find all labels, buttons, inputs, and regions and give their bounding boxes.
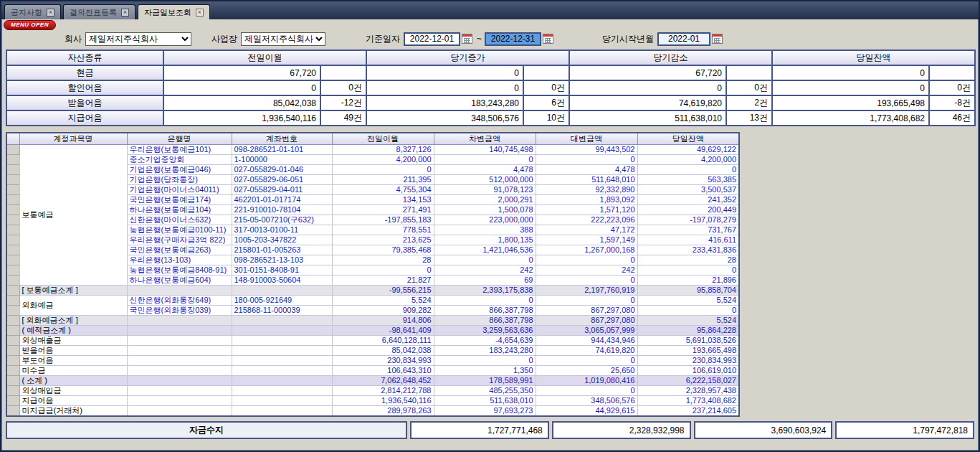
balance-cell: 28 [637,255,739,265]
detail-row[interactable]: 보통예금우리은행(보통예금101)098-286521-01-1018,327,… [6,145,739,155]
date-range-separator: ~ [477,34,482,44]
balance-cell: 95,858,704 [637,286,739,296]
tab-label: 결의전표등록 [70,7,117,18]
total-row[interactable]: ( 예적금소계 )-98,641,4093,259,563,6363,065,0… [6,326,739,336]
account-label-cell: ( 예적금소계 ) [19,326,127,336]
debit-cell: 1,500,078 [434,205,536,215]
site-select[interactable]: 제일저지주식회사 [241,32,325,46]
tab-1[interactable]: 공지사항× [4,4,61,19]
account-no-cell: 098-286521-01-101 [232,145,332,155]
detail-header: 계정과목명 [19,133,127,145]
balance-cell: 5,524 [637,316,739,326]
balance-cell: 49,629,122 [637,145,739,155]
carryover-cell: 0 [332,265,434,276]
credit-cell: 0 [536,386,637,396]
bank-name-cell: 우리은행(보통예금101) [127,145,232,155]
simple-row[interactable]: 미수금106,643,3101,35025,650106,619,010 [6,366,739,376]
bank-name-cell: 신한은행(외화통장649) [127,296,232,306]
carryover-cell: 8,327,126 [332,145,434,155]
balance-cell: 0 [637,265,739,276]
detail-header-row: 계정과목명은행명계좌번호전일이월차변금액대변금액당일잔액 [6,133,739,145]
account-no-cell: 1-100000 [232,155,332,165]
tab-3[interactable]: 자금일보조회× [138,4,210,19]
carryover-cell: 271,491 [332,205,434,215]
account-no-cell: 027-055829-06-051 [232,175,332,185]
count-cell: 46건 [929,110,975,126]
tab-close-icon[interactable]: × [47,9,54,17]
debit-cell: 1,421,046,536 [434,245,536,255]
calendar-icon[interactable] [462,34,472,44]
debit-cell: 0 [434,296,536,306]
row-indicator [6,326,19,336]
subtotal-row[interactable]: [ 외화예금소계 ]914,806866,387,798867,297,0805… [6,316,739,326]
row-indicator [6,155,19,165]
account-no-cell [232,326,332,336]
summary-header: 당기증가 [366,50,569,65]
row-indicator [6,225,19,235]
subtotal-row[interactable]: [ 보통예금소계 ]-99,556,2152,393,175,8382,197,… [6,286,739,296]
base-date-label: 기준일자 [366,33,400,45]
account-detail-table: 계정과목명은행명계좌번호전일이월차변금액대변금액당일잔액보통예금우리은행(보통예… [6,132,740,417]
period-start-input[interactable] [657,32,710,46]
bank-name-cell [127,386,232,396]
credit-cell: 3,065,057,999 [536,326,637,336]
amount-cell: 0 [366,65,523,80]
bank-name-cell [127,366,232,376]
balance-cell: 21,896 [637,276,739,286]
balance-cell: 200,449 [637,205,739,215]
amount-cell: 0 [772,65,929,80]
calendar-icon[interactable] [712,34,723,44]
row-indicator [6,336,19,346]
total-row[interactable]: ( 소계 )7,062,648,452178,589,9911,019,080,… [6,376,739,386]
balance-cell: 237,214,605 [637,406,739,417]
balance-cell: 731,767 [637,225,739,235]
amount-cell: 0 [163,80,320,95]
credit-cell: 92,332,890 [536,185,637,195]
base-date-from-input[interactable] [404,32,460,46]
asset-type-cell: 지급어음 [6,110,163,126]
asset-summary-table: 자산종류전일이월당기증가당기감소당일잔액현금67,720067,7200할인어음… [6,50,976,126]
tab-close-icon[interactable]: × [121,9,129,17]
funds-total-value: 1,797,472,818 [835,421,974,439]
account-no-cell: 215868-11-000039 [232,306,332,316]
account-no-cell [232,316,332,326]
row-indicator [6,235,19,245]
row-indicator [6,406,19,417]
simple-row[interactable]: 지급어음1,936,540,116511,638,010348,506,5761… [6,396,739,406]
carryover-cell: 914,806 [332,316,434,326]
amount-cell: 85,042,038 [163,95,320,110]
account-no-cell: 317-0013-0100-11 [232,225,332,235]
account-no-cell: 1005-203-347822 [232,235,332,245]
simple-row[interactable]: 미지급금(거래처)289,978,26397,693,27344,929,615… [6,406,739,417]
simple-row[interactable]: 받을어음85,042,038183,243,28074,619,820193,6… [6,346,739,356]
amount-cell: 183,243,280 [366,95,523,110]
menu-open-button[interactable]: MENU OPEN [4,20,56,30]
simple-row[interactable]: 부도어음230,834,99300230,834,993 [6,356,739,366]
bank-name-cell [127,316,232,326]
account-no-cell [232,356,332,366]
summary-row: 할인어음00건00건00건00건 [6,80,975,95]
app-window: 공지사항×결의전표등록×자금일보조회× MENU OPEN 회사 제일저지주식회… [0,0,980,452]
simple-row[interactable]: 외상매출금6,640,128,111-4,654,639944,434,9465… [6,336,739,346]
debit-cell: 223,000,000 [434,215,536,225]
account-no-cell: 215801-01-005263 [232,245,332,255]
debit-cell: 140,745,498 [434,145,536,155]
credit-cell: 1,019,080,416 [536,376,637,386]
calendar-icon[interactable] [543,34,553,44]
carryover-cell: 21,827 [332,276,434,286]
count-cell: -12건 [320,95,366,110]
simple-row[interactable]: 외상매입금2,814,212,788485,255,35002,328,957,… [6,386,739,396]
account-group-cell: 보통예금 [19,145,127,286]
funds-total-value: 2,328,932,998 [552,421,691,439]
tab-close-icon[interactable]: × [196,9,204,17]
tab-2[interactable]: 결의전표등록× [63,4,135,19]
carryover-cell: 134,153 [332,195,434,205]
credit-cell: 47,172 [536,225,637,235]
base-date-to-input[interactable] [485,32,541,46]
debit-cell: 1,800,135 [434,235,536,245]
detail-row[interactable]: 외화예금신한은행(외화통장649)180-005-9216495,524005,… [6,296,739,306]
company-select[interactable]: 제일저지주식회사 [85,32,191,46]
credit-cell: 0 [536,356,637,366]
carryover-cell: 28 [332,255,434,265]
balance-cell: 416,611 [637,235,739,245]
